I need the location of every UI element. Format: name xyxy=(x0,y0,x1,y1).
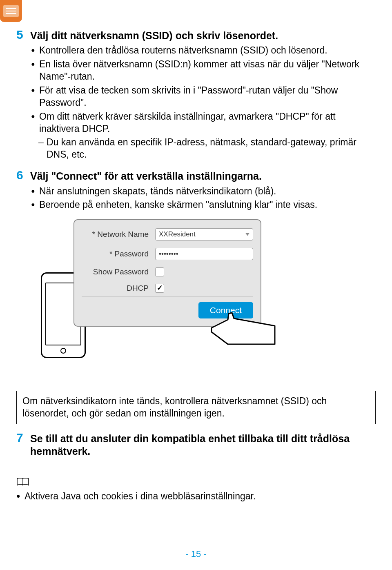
bullet-item: Om ditt nätverk kräver särskilda inställ… xyxy=(31,111,376,135)
hand-pointer-icon xyxy=(203,297,277,346)
page-number: - 15 - xyxy=(0,549,392,559)
bullet-item: Kontrollera den trådlösa routerns nätver… xyxy=(31,45,376,57)
toc-icon[interactable] xyxy=(0,0,22,22)
network-name-value: XXResident xyxy=(159,230,196,238)
network-name-dropdown[interactable]: XXResident xyxy=(155,228,253,240)
password-label: * Password xyxy=(82,249,155,258)
step-title: Välj ditt nätverksnamn (SSID) och skriv … xyxy=(30,29,278,42)
step-title: Se till att du ansluter din kompatibla e… xyxy=(30,432,376,458)
step-number: 6 xyxy=(16,169,26,181)
book-icon xyxy=(16,477,29,487)
step-7: 7 Se till att du ansluter din kompatibla… xyxy=(0,432,392,458)
bullet-item: För att visa de tecken som skrivits in i… xyxy=(31,85,376,109)
show-password-checkbox[interactable] xyxy=(155,267,164,276)
tip-bullet: Aktivera Java och cookies i dina webbläs… xyxy=(16,490,376,503)
bullet-item: Beroende på enheten, kanske skärmen "ans… xyxy=(31,199,376,211)
menu-lines-icon xyxy=(3,5,19,17)
bullet-item: En lista över nätverksnamn (SSID:n) komm… xyxy=(31,58,376,83)
show-password-label: Show Password xyxy=(82,267,155,276)
dhcp-label: DHCP xyxy=(82,284,155,293)
chevron-down-icon xyxy=(245,233,249,236)
step-title: Välj "Connect" för att verkställa instäl… xyxy=(30,169,262,183)
step-6: 6 Välj "Connect" för att verkställa inst… xyxy=(16,169,376,211)
wifi-diagram: * Network Name XXResident * Password •••… xyxy=(41,219,270,374)
step-number: 7 xyxy=(16,432,26,444)
bullet-item: När anslutningen skapats, tänds nätverks… xyxy=(31,185,376,198)
note-box: Om nätverksindikatorn inte tänds, kontro… xyxy=(16,391,376,424)
dhcp-checkbox[interactable] xyxy=(155,284,164,293)
password-value: •••••••• xyxy=(159,250,178,258)
divider xyxy=(16,473,376,473)
step-5: 5 Välj ditt nätverksnamn (SSID) och skri… xyxy=(16,29,376,161)
tip-section: Aktivera Java och cookies i dina webbläs… xyxy=(16,473,376,503)
password-input[interactable]: •••••••• xyxy=(155,248,253,260)
divider xyxy=(82,296,253,296)
wifi-settings-panel: * Network Name XXResident * Password •••… xyxy=(74,219,261,327)
network-name-label: * Network Name xyxy=(82,230,155,239)
sub-bullet-item: Du kan använda en specifik IP-adress, nä… xyxy=(31,136,376,161)
step-number: 5 xyxy=(16,29,26,41)
